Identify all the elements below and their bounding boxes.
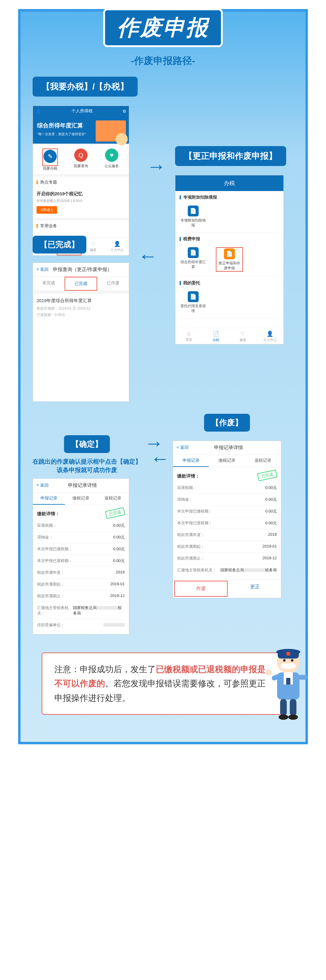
- screen3-nav: < 返回 申报查询（更正/作废申报）: [33, 263, 129, 277]
- notice-prefix: 注意：申报成功后，发生了: [54, 665, 156, 674]
- kv-row: 汇缴地主管税务机关：国家税务总局税务局: [37, 602, 125, 619]
- mascot-illustration: [262, 645, 314, 723]
- sec3-header: 我的委托: [180, 280, 279, 286]
- tab-incomplete[interactable]: 未完成: [33, 277, 65, 291]
- screen1-topbar: 👤 个人所得税 ⧉: [33, 106, 129, 116]
- tab-banshui[interactable]: 📄办税: [202, 328, 229, 344]
- item-zxfjkctb[interactable]: 📄 专项附加扣除填报: [180, 205, 207, 228]
- icon-label: 我要查询: [66, 164, 96, 169]
- screen3-title: 申报查询（更正/作废申报）: [52, 267, 113, 273]
- kv-row: 税款所属年度：2019: [37, 567, 125, 579]
- svg-point-5: [283, 659, 286, 662]
- blurred-text: [103, 623, 125, 627]
- main-title: 作废申报: [103, 8, 223, 47]
- back-button[interactable]: < 返回: [177, 445, 189, 450]
- screen1-app-name: 个人所得税: [72, 108, 93, 114]
- topbar-avatar-icon[interactable]: 👤: [36, 109, 41, 113]
- banner-illustration: [96, 121, 126, 142]
- kv-row: 滞纳金：0.00元: [177, 494, 277, 506]
- step5-desc-line2: 该条申报就可成功作废: [33, 466, 141, 474]
- item-label: 综合所得年度汇算: [180, 260, 207, 269]
- screen2-phone: 办税 专项附加扣除填报 📄 专项附加扣除填报 税费申报: [175, 175, 284, 344]
- step5-tag: 【确定】: [64, 435, 110, 453]
- icon-label: 公众服务: [97, 164, 127, 169]
- screen2-sec2: 税费申报 📄 综合所得年度汇算 📄 更正申报和作废申报: [175, 233, 283, 277]
- screen3-tabs: 未完成 已完成 已作废: [33, 277, 129, 291]
- hot-topic-card[interactable]: 开启你的2019个税记忆 所有数据截止至2020年1月30日 立即进入: [33, 188, 129, 218]
- icon-item-woyaobanshui[interactable]: ✎ 我要办税: [35, 148, 65, 171]
- kv-row: 应退税额：0.00元: [177, 482, 277, 494]
- kv-row: 税款所属期止：2019-12: [37, 590, 125, 602]
- screen2-tabbar: ⌂首页 📄办税 ♡服务 👤个人中心: [175, 328, 283, 344]
- kv-row: 税款所属期起：2019-01: [37, 579, 125, 590]
- svg-rect-13: [280, 699, 287, 716]
- svg-point-11: [266, 670, 272, 676]
- kv-row: 税款所属期起：2019-01: [177, 541, 277, 553]
- screen2-title: 办税: [175, 175, 283, 191]
- item-zhsdhz[interactable]: 📄 综合所得年度汇算: [180, 247, 207, 272]
- kv-row: 税款所属年度：2019: [177, 529, 277, 541]
- svg-point-3: [286, 652, 290, 656]
- hot-topic-sub: 所有数据截止至2020年1月30日: [37, 199, 125, 203]
- edit-button[interactable]: 更正: [229, 579, 281, 598]
- svg-rect-14: [290, 699, 296, 716]
- tab-jiaoshui[interactable]: 缴税记录: [65, 493, 97, 504]
- back-button[interactable]: < 返回: [37, 267, 49, 272]
- tab-service[interactable]: ♡服务: [229, 328, 256, 344]
- screen4-tabs: 申报记录 缴税记录 退税记录: [173, 455, 281, 467]
- step2-tag: 【更正申报和作废申报】: [175, 146, 286, 166]
- record-line2: 已退税额：0.00元: [37, 312, 125, 318]
- screen3-record[interactable]: 2019年度综合所得年度汇算 税款所属期：2019-01 至 2019-12 已…: [33, 294, 129, 323]
- item-label: 更正申报和作废申报: [217, 261, 242, 270]
- step3-tag: 【已完成】: [33, 236, 86, 253]
- step5-desc: 在跳出的作废确认提示框中点击【确定】 该条申报就可成功作废: [33, 457, 141, 474]
- screen5-phone: < 返回 申报记录详情 申报记录 缴税记录 退税记录 已完成 缴款详情： 应退税…: [33, 478, 129, 635]
- tab-jiaoshui[interactable]: 缴税记录: [209, 455, 245, 467]
- home-icon: ⌂: [175, 331, 202, 337]
- arrow-right-icon: [147, 155, 166, 177]
- screen4-phone: < 返回 申报记录详情 申报记录 缴税记录 退税记录 已完成 缴款详情： 应退税…: [173, 441, 281, 598]
- screen5-detail: 已完成 缴款详情： 应退税额：0.00元 滞纳金：0.00元 本次申报已缴税额：…: [33, 505, 129, 634]
- svg-rect-4: [281, 663, 296, 669]
- hot-topic-button[interactable]: 立即进入: [37, 206, 57, 214]
- item-gzsb-zfsb[interactable]: 📄 更正申报和作废申报: [216, 247, 243, 272]
- common-header: 常用业务: [33, 220, 129, 232]
- back-button[interactable]: < 返回: [37, 483, 49, 488]
- record-line1: 税款所属期：2019-01 至 2019-12: [37, 306, 125, 311]
- kv-row: 本次申报已缴税额：0.00元: [37, 543, 125, 555]
- screen4-nav: < 返回 申报记录详情: [173, 441, 281, 455]
- icon-item-woyaochaxun[interactable]: Q 我要查询: [66, 148, 96, 171]
- void-button[interactable]: 作废: [174, 581, 227, 597]
- screen1-banner[interactable]: 综合所得年度汇算 "每一次改变，都是为了做得更好": [33, 116, 129, 144]
- tab-voided[interactable]: 已作废: [97, 277, 129, 291]
- svg-point-16: [288, 714, 298, 720]
- kv-row: 滞纳金：0.00元: [37, 531, 125, 543]
- tab-label: 个人中心: [263, 338, 277, 342]
- tab-tuishui[interactable]: 退税记录: [97, 493, 129, 504]
- icon-item-gongzhongfuwu[interactable]: ♥ 公众服务: [97, 148, 127, 171]
- svg-point-15: [278, 714, 288, 720]
- tab-label: 办税: [213, 338, 219, 342]
- tab-shenbao[interactable]: 申报记录: [173, 455, 209, 467]
- pencil-icon: ✎: [43, 150, 57, 163]
- subtitle: -作废申报路径-: [33, 54, 293, 68]
- step5-desc-line1: 在跳出的作废确认提示框中点击【确定】: [33, 457, 141, 466]
- hot-topic-header: 热点专题: [33, 177, 129, 188]
- svg-rect-12: [298, 675, 307, 680]
- screen4-action-bar: 作废 更正: [173, 579, 281, 598]
- tab-completed[interactable]: 已完成: [65, 277, 97, 291]
- item-wtdlgx[interactable]: 📄 委托代理关系管理: [180, 291, 207, 313]
- tab-shenbao[interactable]: 申报记录: [33, 493, 65, 504]
- kv-row: 本次申报已退税额：0.00元: [177, 517, 277, 529]
- tab-label: 服务: [240, 338, 246, 342]
- doc-icon: 📄: [188, 205, 199, 216]
- topbar-scan-icon[interactable]: ⧉: [123, 109, 126, 114]
- screen5-nav: < 返回 申报记录详情: [33, 479, 129, 493]
- tab-home[interactable]: ⌂首页: [175, 328, 202, 344]
- tab-tuishui[interactable]: 退税记录: [245, 455, 281, 467]
- person-icon: 👤: [256, 331, 283, 337]
- svg-point-6: [291, 659, 293, 662]
- doc-icon: 📄: [224, 248, 235, 259]
- hot-topic-title: 开启你的2019个税记忆: [37, 191, 125, 197]
- tab-profile[interactable]: 👤个人中心: [256, 328, 283, 344]
